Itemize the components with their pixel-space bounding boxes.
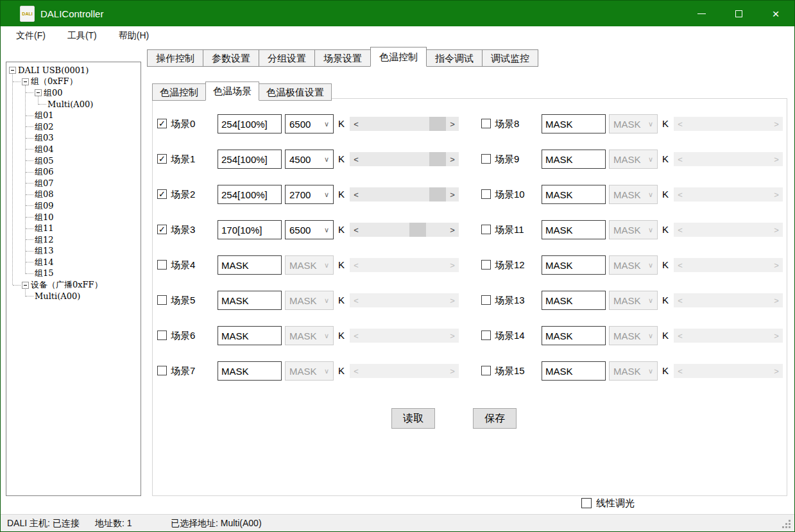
close-button[interactable]: × [757, 1, 794, 26]
main-tab-2[interactable]: 分组设置 [259, 49, 315, 67]
sub-tab-2[interactable]: 色温极值设置 [259, 83, 332, 101]
tree-item-17[interactable]: 组14 [6, 257, 141, 268]
scene-9-checkbox[interactable] [481, 154, 491, 164]
scene-7-checkbox[interactable] [157, 366, 167, 375]
scroll-right-icon[interactable]: > [770, 152, 783, 166]
tree-item-4[interactable]: 组01 [6, 110, 141, 121]
main-tab-1[interactable]: 参数设置 [203, 49, 259, 67]
tree-item-9[interactable]: 组06 [6, 166, 141, 178]
scroll-thumb[interactable] [429, 117, 446, 131]
scene-7-color-temp-select[interactable]: MASK∨ [285, 361, 334, 381]
scroll-track[interactable] [687, 258, 770, 272]
sub-tab-0[interactable]: 色温控制 [152, 83, 206, 101]
tree-item-20[interactable]: Multi(A00) [6, 291, 141, 302]
scroll-right-icon[interactable]: > [446, 364, 459, 378]
scroll-left-icon[interactable]: < [674, 364, 687, 378]
scroll-left-icon[interactable]: < [674, 117, 687, 131]
scene-5-color-temp-select[interactable]: MASK∨ [285, 291, 334, 310]
scroll-left-icon[interactable]: < [674, 293, 687, 307]
scene-4-level-input[interactable] [218, 255, 282, 275]
scene-11-checkbox[interactable] [481, 225, 491, 234]
scene-6-checkbox[interactable] [157, 330, 167, 340]
tree-item-3[interactable]: Multi(A00) [6, 99, 141, 110]
scroll-track[interactable] [363, 329, 446, 343]
menu-item-0[interactable]: 文件(F) [8, 28, 53, 44]
tree-collapse-icon[interactable] [35, 89, 42, 96]
scene-1-level-input[interactable] [218, 150, 282, 169]
tree-item-7[interactable]: 组04 [6, 144, 141, 155]
scroll-right-icon[interactable]: > [446, 117, 459, 131]
scroll-track[interactable] [687, 364, 770, 378]
tree-item-18[interactable]: 组15 [6, 268, 141, 280]
read-button[interactable]: 读取 [391, 408, 435, 429]
scroll-right-icon[interactable]: > [770, 364, 783, 378]
main-tab-5[interactable]: 指令调试 [427, 49, 483, 67]
maximize-button[interactable] [720, 1, 757, 26]
tree-collapse-icon[interactable] [22, 282, 29, 289]
scene-12-level-input[interactable] [542, 255, 606, 275]
tree-item-12[interactable]: 组09 [6, 200, 141, 212]
tree-item-8[interactable]: 组05 [6, 155, 141, 167]
tree-item-15[interactable]: 组12 [6, 234, 141, 246]
main-tab-6[interactable]: 调试监控 [483, 49, 538, 67]
scroll-right-icon[interactable]: > [770, 258, 783, 272]
scene-13-color-temp-select[interactable]: MASK∨ [609, 291, 658, 310]
scroll-left-icon[interactable]: < [674, 187, 687, 202]
scene-15-level-input[interactable] [542, 361, 606, 381]
scene-4-checkbox[interactable] [157, 260, 167, 270]
scroll-thumb[interactable] [429, 152, 446, 166]
scene-11-color-temp-select[interactable]: MASK∨ [609, 220, 658, 239]
scene-2-color-temp-select[interactable]: 2700∨ [285, 185, 334, 204]
scene-14-checkbox[interactable] [481, 330, 491, 340]
scene-15-checkbox[interactable] [481, 366, 491, 375]
tree-item-13[interactable]: 组10 [6, 212, 141, 223]
scroll-track[interactable] [363, 187, 446, 202]
scene-5-checkbox[interactable] [157, 295, 167, 305]
scene-8-color-temp-select[interactable]: MASK∨ [609, 114, 658, 133]
scroll-right-icon[interactable]: > [770, 329, 783, 343]
scroll-track[interactable] [363, 258, 446, 272]
scroll-track[interactable] [687, 293, 770, 307]
scroll-track[interactable] [363, 152, 446, 166]
scene-9-level-input[interactable] [542, 150, 606, 169]
scene-10-checkbox[interactable] [481, 189, 491, 199]
scroll-left-icon[interactable]: < [350, 329, 363, 343]
scroll-track[interactable] [363, 117, 446, 131]
scene-8-level-input[interactable] [542, 114, 606, 133]
scroll-track[interactable] [363, 364, 446, 378]
scroll-right-icon[interactable]: > [446, 223, 459, 237]
scroll-right-icon[interactable]: > [770, 187, 783, 202]
scroll-left-icon[interactable]: < [350, 293, 363, 307]
scroll-left-icon[interactable]: < [674, 152, 687, 166]
scroll-thumb[interactable] [409, 223, 426, 237]
main-tab-3[interactable]: 场景设置 [315, 49, 371, 67]
scroll-left-icon[interactable]: < [350, 117, 363, 131]
scene-10-color-temp-select[interactable]: MASK∨ [609, 185, 658, 204]
linear-dimming-checkbox[interactable] [581, 498, 592, 508]
main-tab-0[interactable]: 操作控制 [147, 49, 203, 67]
scene-3-checkbox[interactable]: ✓ [157, 225, 167, 234]
scroll-right-icon[interactable]: > [770, 293, 783, 307]
scroll-left-icon[interactable]: < [350, 187, 363, 202]
scene-7-level-input[interactable] [218, 361, 282, 381]
scroll-right-icon[interactable]: > [446, 187, 459, 202]
scroll-right-icon[interactable]: > [770, 223, 783, 237]
scene-6-color-temp-select[interactable]: MASK∨ [285, 326, 334, 345]
tree-item-0[interactable]: DALI USB(0001) [6, 65, 141, 76]
scene-1-checkbox[interactable]: ✓ [157, 154, 167, 164]
scroll-left-icon[interactable]: < [350, 152, 363, 166]
scene-14-level-input[interactable] [542, 326, 606, 345]
sub-tab-1[interactable]: 色温场景 [205, 82, 259, 101]
tree-item-2[interactable]: 组00 [6, 87, 141, 99]
scroll-left-icon[interactable]: < [674, 329, 687, 343]
scene-4-color-temp-select[interactable]: MASK∨ [285, 255, 334, 275]
scene-15-color-temp-select[interactable]: MASK∨ [609, 361, 658, 381]
scroll-track[interactable] [363, 223, 446, 237]
tree-item-5[interactable]: 组02 [6, 121, 141, 133]
scroll-track[interactable] [687, 117, 770, 131]
scroll-track[interactable] [687, 329, 770, 343]
tree-collapse-icon[interactable] [9, 67, 16, 74]
scroll-right-icon[interactable]: > [770, 117, 783, 131]
scene-3-color-temp-select[interactable]: 6500∨ [285, 220, 334, 239]
tree-item-1[interactable]: 组（0xFF） [6, 76, 141, 88]
